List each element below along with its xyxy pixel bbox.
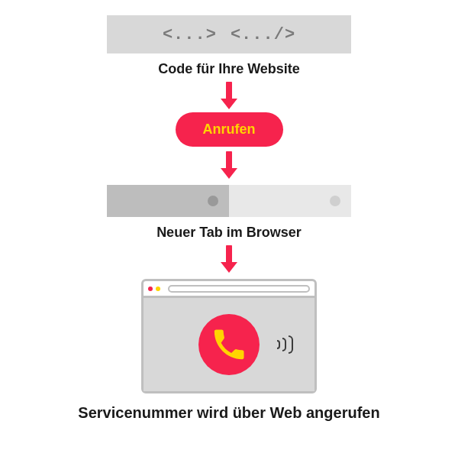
code-snippet-box: <...> <.../> (107, 15, 351, 53)
traffic-light-close-icon (148, 287, 153, 291)
arrow-down-icon (218, 151, 240, 180)
step1-caption: Code für Ihre Website (158, 61, 300, 77)
code-fragment-close: <.../> (231, 25, 295, 44)
code-fragment-open: <...> (163, 25, 217, 44)
svg-marker-3 (221, 168, 237, 179)
step4-caption: Servicenummer wird über Web angerufen (78, 404, 379, 422)
arrow-down-icon (218, 245, 240, 274)
call-button[interactable]: Anrufen (176, 112, 283, 147)
url-bar (168, 285, 310, 293)
browser-tabs (107, 185, 351, 217)
phone-icon (211, 327, 247, 362)
tab-close-icon (330, 196, 340, 206)
svg-marker-5 (221, 262, 237, 273)
tab-close-icon (208, 196, 218, 206)
traffic-light-minimize-icon (156, 287, 160, 291)
svg-marker-1 (221, 99, 237, 109)
window-titlebar (144, 281, 314, 298)
sound-waves-icon (277, 335, 293, 354)
window-content (144, 298, 314, 391)
browser-tab-inactive (229, 185, 351, 217)
call-in-progress-badge (198, 314, 260, 375)
browser-window (141, 279, 317, 393)
arrow-down-icon (218, 82, 240, 111)
browser-tab-active (107, 185, 229, 217)
step3-caption: Neuer Tab im Browser (156, 225, 302, 241)
diagram-flow: <...> <.../> Code für Ihre Website Anruf… (0, 0, 458, 422)
